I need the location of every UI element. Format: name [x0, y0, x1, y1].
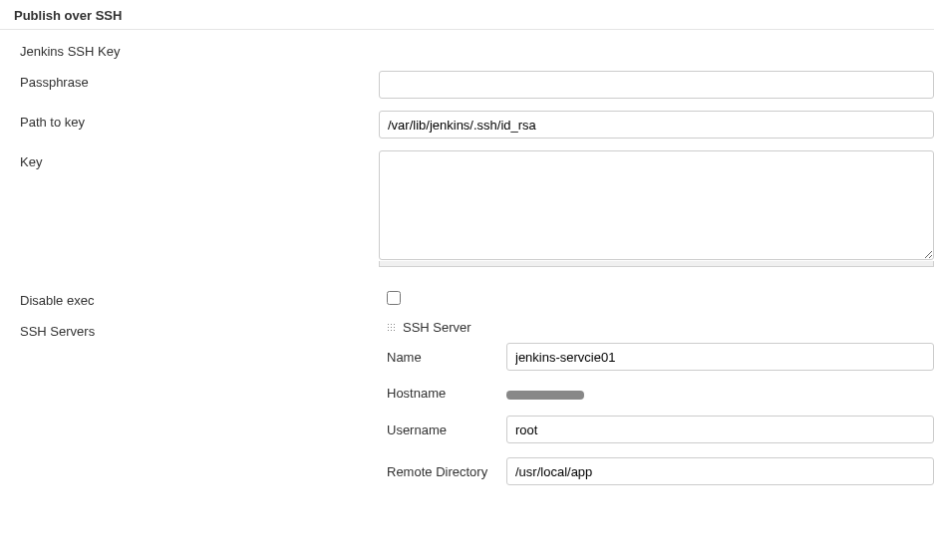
server-hostname-label: Hostname — [387, 386, 506, 401]
disable-exec-checkbox[interactable] — [387, 291, 401, 305]
server-remotedir-label: Remote Directory — [387, 464, 506, 479]
server-hostname-row: Hostname — [387, 385, 934, 402]
key-row: Key — [0, 144, 934, 273]
key-label: Key — [20, 150, 379, 169]
passphrase-input[interactable] — [379, 71, 934, 99]
passphrase-row: Passphrase — [0, 65, 934, 105]
section-title: Publish over SSH — [0, 0, 934, 30]
server-remotedir-row: Remote Directory — [387, 457, 934, 485]
server-username-label: Username — [387, 422, 506, 437]
disable-exec-row: Disable exec — [0, 283, 934, 314]
ssh-servers-label: SSH Servers — [20, 320, 387, 339]
server-username-row: Username — [387, 416, 934, 443]
key-textarea[interactable] — [379, 150, 934, 260]
server-name-row: Name — [387, 343, 934, 371]
server-username-input[interactable] — [506, 416, 934, 443]
path-to-key-label: Path to key — [20, 111, 379, 130]
server-name-input[interactable] — [506, 343, 934, 371]
server-name-label: Name — [387, 350, 506, 365]
ssh-key-header: Jenkins SSH Key — [0, 36, 934, 65]
hostname-redacted — [506, 391, 584, 400]
disable-exec-label: Disable exec — [20, 289, 387, 308]
ssh-server-header: SSH Server — [387, 320, 934, 335]
ssh-servers-row: SSH Servers SSH Server Name Hostname Use… — [0, 314, 934, 505]
passphrase-label: Passphrase — [20, 71, 379, 90]
server-remotedir-input[interactable] — [506, 457, 934, 485]
path-to-key-input[interactable] — [379, 111, 934, 139]
ssh-server-title: SSH Server — [403, 320, 471, 335]
textarea-resize-bar[interactable] — [379, 261, 934, 267]
path-to-key-row: Path to key — [0, 105, 934, 144]
drag-handle-icon[interactable] — [387, 323, 397, 333]
